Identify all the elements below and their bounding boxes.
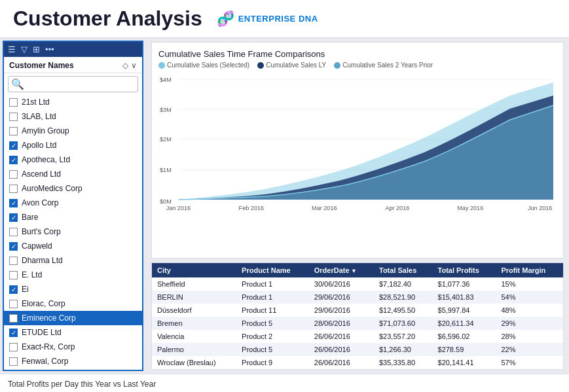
checkbox[interactable] bbox=[9, 271, 18, 279]
checkbox[interactable]: ✓ bbox=[9, 242, 18, 251]
table-cell: 29% bbox=[496, 317, 563, 330]
list-item[interactable]: ✓Apollo Ltd bbox=[4, 138, 142, 152]
svg-text:Jan 2016: Jan 2016 bbox=[166, 205, 191, 211]
clear-icon[interactable]: ◇ bbox=[122, 61, 128, 70]
table-cell: 48% bbox=[496, 304, 563, 317]
table-cell: $6,596.02 bbox=[433, 330, 496, 343]
table-header[interactable]: OrderDate bbox=[309, 263, 374, 277]
table-header[interactable]: City bbox=[152, 263, 236, 277]
table-cell: 26/06/2016 bbox=[309, 356, 374, 369]
chart-title: Cumulative Sales Time Frame Comparisons bbox=[158, 49, 557, 59]
customer-list[interactable]: 21st Ltd3LAB, LtdAmylin Group✓Apollo Ltd… bbox=[4, 95, 142, 370]
list-item[interactable]: Exact-Rx, Corp bbox=[4, 340, 142, 354]
customer-name: E. Ltd bbox=[22, 270, 42, 279]
checkbox[interactable] bbox=[9, 228, 18, 236]
list-item[interactable]: Burt's Corp bbox=[4, 224, 142, 239]
svg-text:$0M: $0M bbox=[160, 198, 172, 205]
checkbox[interactable] bbox=[9, 170, 18, 179]
list-item[interactable]: Linde bbox=[4, 368, 142, 370]
list-item[interactable]: ✓Capweld bbox=[4, 239, 142, 253]
list-item[interactable]: ✓ETUDE Ltd bbox=[4, 325, 142, 340]
hamburger-icon[interactable]: ☰ bbox=[8, 45, 16, 54]
legend-label: Cumulative Sales 2 Years Prior bbox=[342, 62, 433, 69]
chevron-icon[interactable]: ∨ bbox=[131, 61, 137, 70]
table-cell: $12,495.50 bbox=[374, 304, 433, 317]
list-item[interactable]: Elorac, Corp bbox=[4, 296, 142, 311]
table-cell: 30/06/2016 bbox=[309, 277, 374, 291]
checkbox[interactable] bbox=[9, 127, 18, 135]
search-box[interactable]: 🔍 bbox=[8, 76, 138, 92]
checkbox[interactable]: ✓ bbox=[9, 156, 18, 164]
customer-name: ETUDE Ltd bbox=[22, 328, 62, 337]
list-item[interactable]: ✓Avon Corp bbox=[4, 196, 142, 210]
customer-name: Exact-Rx, Corp bbox=[22, 342, 75, 351]
right-panel: Cumulative Sales Time Frame Comparisons … bbox=[146, 38, 569, 374]
table-cell: 29/06/2016 bbox=[309, 304, 374, 317]
list-item[interactable]: ✓Apotheca, Ltd bbox=[4, 152, 142, 167]
table-cell: $28,521.90 bbox=[374, 291, 433, 304]
table-cell: $71,073.60 bbox=[374, 317, 433, 330]
table-cell: $15,401.83 bbox=[433, 291, 496, 304]
table-cell: Product 9 bbox=[236, 356, 309, 369]
checkbox[interactable] bbox=[9, 257, 18, 265]
table-cell: 28/06/2016 bbox=[309, 317, 374, 330]
list-item[interactable]: Dharma Ltd bbox=[4, 253, 142, 268]
dna-icon: 🧬 bbox=[217, 10, 234, 27]
checkbox[interactable] bbox=[9, 300, 18, 308]
checkbox[interactable] bbox=[9, 98, 18, 107]
svg-text:$4M: $4M bbox=[160, 77, 172, 83]
table-cell: $278.59 bbox=[433, 343, 496, 356]
list-item[interactable]: E. Ltd bbox=[4, 268, 142, 282]
list-item[interactable]: 21st Ltd bbox=[4, 95, 142, 109]
list-item[interactable]: Eminence Corp bbox=[4, 311, 142, 325]
sidebar: ☰ ▽ ⊞ ••• Customer Names ◇ ∨ 🔍 21st Ltd3… bbox=[3, 41, 143, 371]
svg-text:May 2016: May 2016 bbox=[457, 205, 483, 211]
table-cell: 28% bbox=[496, 330, 563, 343]
table-header[interactable]: Total Profits bbox=[433, 263, 496, 277]
footer: Total Profits per Day this Year vs Last … bbox=[0, 374, 569, 392]
list-item[interactable]: ✓Ei bbox=[4, 282, 142, 296]
checkbox[interactable] bbox=[9, 343, 18, 351]
chart-legend: Cumulative Sales (Selected)Cumulative Sa… bbox=[158, 62, 557, 69]
header: Customer Analysis 🧬 ENTERPRISE DNA bbox=[0, 0, 569, 38]
customer-name: Amylin Group bbox=[22, 126, 69, 135]
format-icon[interactable]: ⊞ bbox=[33, 45, 40, 54]
page-title: Customer Analysis bbox=[13, 7, 202, 31]
data-table: CityProduct NameOrderDateTotal SalesTota… bbox=[152, 263, 563, 369]
checkbox[interactable] bbox=[9, 113, 18, 121]
legend-color bbox=[257, 62, 264, 69]
checkbox[interactable] bbox=[9, 314, 18, 323]
checkbox[interactable] bbox=[9, 357, 18, 366]
checkbox[interactable]: ✓ bbox=[9, 285, 18, 294]
checkbox[interactable]: ✓ bbox=[9, 199, 18, 207]
checkbox[interactable] bbox=[9, 185, 18, 193]
table-cell: $20,141.41 bbox=[433, 356, 496, 369]
more-icon[interactable]: ••• bbox=[45, 45, 54, 54]
table-cell: 57% bbox=[496, 356, 563, 369]
list-item[interactable]: ✓Bare bbox=[4, 210, 142, 224]
legend-label: Cumulative Sales LY bbox=[266, 62, 326, 69]
list-item[interactable]: Ascend Ltd bbox=[4, 167, 142, 181]
table-header[interactable]: Total Sales bbox=[374, 263, 433, 277]
list-item[interactable]: AuroMedics Corp bbox=[4, 181, 142, 196]
legend-item: Cumulative Sales LY bbox=[257, 62, 326, 69]
sidebar-toolbar: ☰ ▽ ⊞ ••• bbox=[4, 42, 142, 57]
search-input[interactable] bbox=[24, 80, 135, 89]
table-cell: $1,266.30 bbox=[374, 343, 433, 356]
table-header[interactable]: Product Name bbox=[236, 263, 309, 277]
table-header[interactable]: Profit Margin bbox=[496, 263, 563, 277]
list-item[interactable]: 3LAB, Ltd bbox=[4, 109, 142, 124]
table-cell: Wroclaw (Breslau) bbox=[152, 356, 236, 369]
list-item[interactable]: Amylin Group bbox=[4, 124, 142, 138]
customer-name: Capweld bbox=[22, 241, 52, 251]
table-row: DüsseldorfProduct 1129/06/2016$12,495.50… bbox=[152, 304, 563, 317]
filter-icon[interactable]: ▽ bbox=[21, 45, 28, 54]
checkbox[interactable]: ✓ bbox=[9, 141, 18, 150]
table-cell: Product 5 bbox=[236, 317, 309, 330]
table-row: BERLINProduct 129/06/2016$28,521.90$15,4… bbox=[152, 291, 563, 304]
checkbox[interactable]: ✓ bbox=[9, 213, 18, 222]
table-cell: Düsseldorf bbox=[152, 304, 236, 317]
list-item[interactable]: Fenwal, Corp bbox=[4, 354, 142, 368]
table-cell: 54% bbox=[496, 291, 563, 304]
checkbox[interactable]: ✓ bbox=[9, 329, 18, 337]
